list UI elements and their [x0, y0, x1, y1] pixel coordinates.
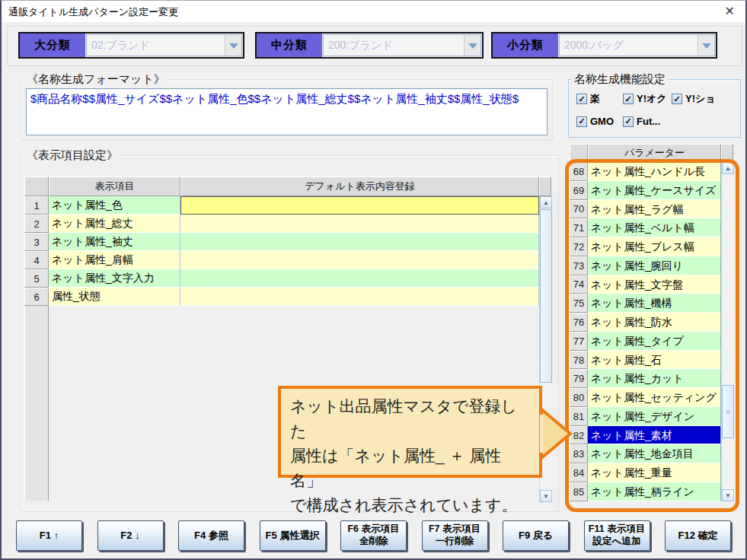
f6-button[interactable]: F6 表示項目 全削除	[340, 520, 407, 551]
category-dropdown-2[interactable]: 2000:バッグ	[559, 34, 715, 56]
parameter-name-cell[interactable]: ネット属性_機構	[588, 294, 721, 313]
row-number: 6	[24, 288, 49, 306]
scrollbar-thumb[interactable]: ≡	[722, 385, 734, 438]
f12-button[interactable]: F12 確定	[665, 520, 731, 551]
list-item[interactable]: 81ネット属性_デザイン	[570, 407, 733, 426]
chevron-down-icon[interactable]	[698, 35, 714, 56]
display-item-name-cell[interactable]: ネット属性_肩幅	[49, 251, 180, 269]
f11-button[interactable]: F11 表示項目 設定へ追加	[584, 520, 650, 551]
parameter-name-cell[interactable]: ネット属性_地金項目	[588, 444, 721, 463]
list-item[interactable]: 84ネット属性_重量	[570, 463, 733, 482]
parameter-name-cell[interactable]: ネット属性_ブレス幅	[588, 237, 721, 256]
row-number: 5	[24, 269, 49, 288]
parameter-header-cap-right	[721, 144, 733, 162]
f4-button[interactable]: F4 参照	[178, 520, 244, 551]
display-item-name-cell[interactable]: 属性_状態	[49, 288, 180, 306]
list-item[interactable]: 83ネット属性_地金項目	[570, 444, 733, 463]
checkbox-icon[interactable]: ✓	[623, 116, 634, 127]
checkbox-label: Y!ショ	[685, 92, 716, 106]
table-row: 1ネット属性_色	[24, 196, 551, 215]
list-item[interactable]: 72ネット属性_ブレス幅	[570, 237, 733, 256]
close-icon[interactable]: ✕	[725, 4, 735, 19]
parameter-name-cell[interactable]: ネット属性_ラグ幅	[588, 200, 721, 219]
list-item[interactable]: 78ネット属性_石	[570, 351, 733, 370]
title-bar: 通販タイトル生成パターン設定ー変更 ✕	[2, 1, 745, 22]
default-value-cell[interactable]	[180, 233, 539, 251]
f9-button[interactable]: F9 戻る	[503, 520, 569, 551]
display-item-name-cell[interactable]: ネット属性_袖丈	[49, 233, 180, 251]
category-label-0: 大分類	[20, 33, 85, 57]
default-value-cell[interactable]	[180, 196, 539, 215]
chevron-down-icon[interactable]	[225, 35, 241, 56]
scrollbar-header-cap	[539, 177, 551, 196]
parameter-name-cell[interactable]: ネット属性_重量	[588, 463, 721, 482]
f7-button[interactable]: F7 表示項目 一行削除	[422, 520, 488, 551]
display-item-name-cell[interactable]: ネット属性_色	[49, 196, 180, 215]
parameter-name-cell[interactable]: ネット属性_ベルト幅	[588, 218, 721, 237]
scroll-down-icon[interactable]: ▼	[722, 489, 734, 501]
parameter-name-cell[interactable]: ネット属性_腕回り	[588, 256, 721, 275]
category-dropdown-0[interactable]: 02:ブランド	[86, 34, 242, 56]
dialog-window: 通販タイトル生成パターン設定ー変更 ✕ 大分類02:ブランド中分類200:ブラン…	[0, 0, 747, 560]
row-number: 74	[570, 275, 588, 294]
parameter-name-cell[interactable]: ネット属性_文字盤	[588, 275, 721, 294]
checkbox-icon[interactable]: ✓	[576, 94, 587, 104]
parameter-name-cell[interactable]: ネット属性_タイプ	[588, 332, 721, 351]
parameter-name-cell[interactable]: ネット属性_防水	[588, 313, 721, 332]
category-dropdown-1[interactable]: 200:ブランド	[323, 34, 481, 56]
list-item[interactable]: 70ネット属性_ラグ幅	[570, 200, 733, 219]
row-number: 73	[570, 256, 588, 275]
row-number: 75	[570, 294, 588, 313]
scroll-up-icon[interactable]: ▲	[722, 162, 734, 174]
list-item[interactable]: 76ネット属性_防水	[570, 313, 733, 332]
category-label-1: 中分類	[257, 33, 322, 57]
parameter-name-cell[interactable]: ネット属性_石	[588, 351, 721, 370]
scroll-down-icon[interactable]: ▼	[540, 490, 552, 502]
scrollbar-thumb[interactable]	[540, 209, 552, 383]
parameter-name-cell[interactable]: ネット属性_柄ライン	[588, 482, 721, 501]
list-item[interactable]: 82ネット属性_素材	[570, 426, 733, 445]
table-row: 5ネット属性_文字入力	[24, 269, 551, 288]
list-item[interactable]: 79ネット属性_カット	[570, 369, 733, 388]
chevron-down-icon[interactable]	[464, 35, 480, 56]
format-groupbox: 《名称生成フォーマット》 $商品名称$$属性_サイズ$$ネット属性_色$$ネット…	[21, 79, 553, 140]
table-row: 4ネット属性_肩幅	[24, 251, 551, 269]
list-item[interactable]: 77ネット属性_タイプ	[570, 332, 733, 351]
list-item[interactable]: 73ネット属性_腕回り	[570, 256, 733, 275]
list-item[interactable]: 68ネット属性_ハンドル長	[570, 162, 733, 181]
column-header-default: デフォルト表示内容登録	[180, 177, 539, 196]
checkbox-icon[interactable]: ✓	[576, 116, 587, 127]
default-value-cell[interactable]	[180, 215, 539, 233]
default-value-cell[interactable]	[180, 251, 539, 269]
display-item-name-cell[interactable]: ネット属性_総丈	[49, 215, 180, 233]
f1-button[interactable]: F1 ↑	[16, 520, 82, 551]
parameter-name-cell[interactable]: ネット属性_素材	[588, 426, 721, 445]
category-dropdown-value-2: 2000:バッグ	[560, 39, 698, 52]
checkbox-icon[interactable]: ✓	[623, 94, 634, 104]
list-item[interactable]: 80ネット属性_セッティング	[570, 388, 733, 407]
list-item[interactable]: 74ネット属性_文字盤	[570, 275, 733, 294]
list-item[interactable]: 69ネット属性_ケースサイズ	[570, 181, 733, 200]
parameter-scrollbar[interactable]: ▲ ≡ ▼	[721, 162, 733, 501]
list-item[interactable]: 75ネット属性_機構	[570, 294, 733, 313]
list-item[interactable]: 71ネット属性_ベルト幅	[570, 218, 733, 237]
format-input[interactable]: $商品名称$$属性_サイズ$$ネット属性_色$$ネット属性_総丈$$ネット属性_…	[26, 88, 547, 135]
checkbox-icon[interactable]: ✓	[672, 94, 682, 104]
row-number: 83	[570, 444, 588, 463]
feature-checkbox-item-3: ✓GMO	[576, 116, 623, 127]
default-value-cell[interactable]	[180, 288, 539, 306]
parameter-name-cell[interactable]: ネット属性_ケースサイズ	[588, 181, 721, 200]
list-item[interactable]: 85ネット属性_柄ライン	[570, 482, 733, 501]
parameter-name-cell[interactable]: ネット属性_カット	[588, 369, 721, 388]
default-value-cell[interactable]	[180, 269, 539, 288]
row-number: 84	[570, 463, 588, 482]
scroll-up-icon[interactable]: ▲	[540, 196, 552, 208]
f5-button[interactable]: F5 属性選択	[260, 520, 326, 551]
display-item-name-cell[interactable]: ネット属性_文字入力	[49, 269, 180, 288]
f2-button[interactable]: F2 ↓	[97, 520, 164, 551]
parameter-name-cell[interactable]: ネット属性_セッティング	[588, 388, 721, 407]
row-number: 69	[570, 181, 588, 200]
display-items-table-header: 表示項目 デフォルト表示内容登録	[24, 177, 551, 196]
parameter-name-cell[interactable]: ネット属性_ハンドル長	[588, 162, 721, 181]
parameter-name-cell[interactable]: ネット属性_デザイン	[588, 407, 721, 426]
